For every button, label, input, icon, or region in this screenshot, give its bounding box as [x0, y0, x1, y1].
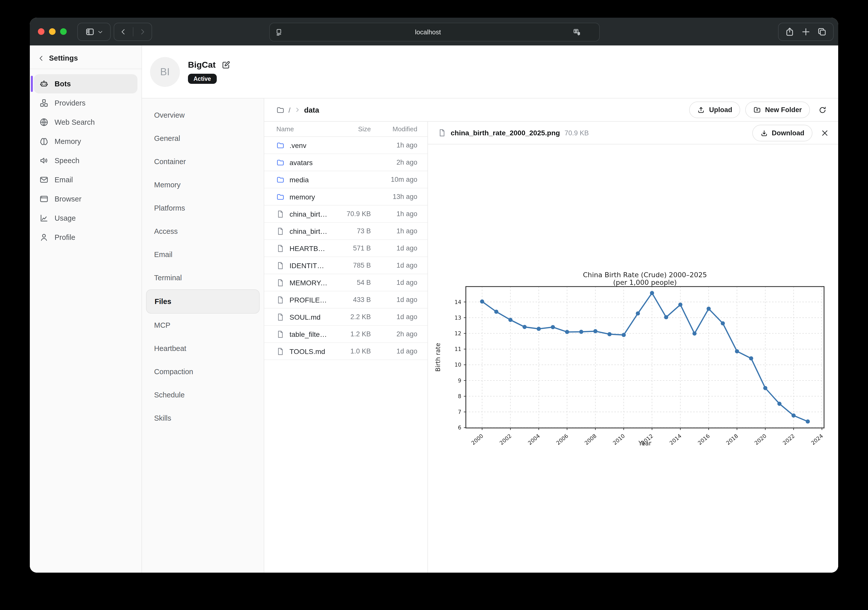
table-row[interactable]: PROFILES.md433 B1d ago [264, 291, 428, 308]
back-button[interactable] [114, 23, 133, 40]
file-modified: 1h ago [371, 210, 417, 218]
file-modified: 1d ago [371, 279, 417, 286]
sidebar-item-profile[interactable]: Profile [34, 228, 138, 247]
nav-item-files[interactable]: Files [146, 290, 260, 314]
file-modified: 2h ago [371, 330, 417, 338]
file-name: SOUL.md [290, 313, 321, 321]
nav-item-general[interactable]: General [146, 127, 260, 150]
translate-icon[interactable] [573, 28, 581, 36]
nav-item-email[interactable]: Email [146, 243, 260, 266]
download-button[interactable]: Download [752, 124, 812, 141]
zoom-window-button[interactable] [60, 28, 67, 35]
browser-sidebar-toggle[interactable] [77, 23, 111, 41]
sidebar-item-web-search[interactable]: Web Search [34, 113, 138, 132]
file-name: .venv [290, 141, 307, 149]
svg-text:Birth rate: Birth rate [434, 343, 442, 372]
file-size: 571 B [327, 245, 371, 252]
folder-icon [276, 175, 284, 184]
column-name: Name [276, 125, 327, 133]
file-modified: 13h ago [371, 193, 417, 200]
table-row[interactable]: TOOLS.md1.0 KB1d ago [264, 343, 428, 360]
file-modified: 2h ago [371, 159, 417, 166]
reload-icon[interactable] [586, 28, 594, 36]
table-row[interactable]: .venv1h ago [264, 137, 428, 154]
file-name: table_filter_... [290, 330, 327, 338]
bot-detail: BI BigCat Active OverviewGeneralContaine… [142, 45, 838, 573]
nav-item-overview[interactable]: Overview [146, 104, 260, 127]
download-icon [760, 129, 768, 136]
file-name: PROFILES.md [290, 296, 327, 304]
table-row[interactable]: memory13h ago [264, 188, 428, 206]
sidebar-item-providers[interactable]: Providers [34, 93, 138, 113]
share-icon[interactable] [785, 27, 794, 36]
new-tab-icon[interactable] [801, 27, 811, 36]
sidebar-menu: BotsProvidersWeb SearchMemorySpeechEmail… [30, 69, 141, 252]
nav-item-memory[interactable]: Memory [146, 173, 260, 197]
folder-plus-icon [753, 106, 761, 114]
svg-text:2004: 2004 [527, 433, 541, 446]
table-row[interactable]: MEMORY.md54 B1d ago [264, 274, 428, 291]
file-name: MEMORY.md [290, 279, 327, 286]
browser-action-group [778, 23, 834, 41]
table-row[interactable]: SOUL.md2.2 KB1d ago [264, 308, 428, 326]
preview-file-size: 70.9 KB [564, 129, 589, 136]
breadcrumb-root[interactable]: / [288, 106, 290, 114]
svg-text:6: 6 [458, 425, 461, 431]
table-row[interactable]: media10m ago [264, 171, 428, 188]
svg-text:12: 12 [454, 330, 461, 337]
forward-button[interactable] [133, 23, 152, 40]
nav-item-access[interactable]: Access [146, 220, 260, 243]
settings-title: Settings [49, 54, 78, 62]
table-row[interactable]: china_birth...73 B1h ago [264, 223, 428, 240]
file-size: 1.0 KB [327, 347, 371, 355]
sidebar-item-browser[interactable]: Browser [34, 189, 138, 209]
browser-history-nav [114, 23, 152, 41]
settings-header[interactable]: Settings [30, 45, 141, 69]
sidebar-item-label: Bots [54, 80, 71, 88]
nav-item-schedule[interactable]: Schedule [146, 383, 260, 407]
close-preview-icon[interactable] [820, 129, 829, 137]
refresh-button[interactable] [815, 102, 830, 118]
tab-overview-icon[interactable] [817, 27, 826, 36]
new-folder-button[interactable]: New Folder [745, 102, 810, 118]
sidebar-item-label: Memory [54, 137, 81, 146]
bot-icon [39, 79, 48, 88]
nav-item-mcp[interactable]: MCP [146, 314, 260, 337]
svg-text:2016: 2016 [697, 433, 711, 446]
nav-item-skills[interactable]: Skills [146, 407, 260, 430]
person-icon [39, 233, 48, 242]
nav-item-terminal[interactable]: Terminal [146, 266, 260, 290]
sidebar-item-usage[interactable]: Usage [34, 209, 138, 228]
nav-item-platforms[interactable]: Platforms [146, 197, 260, 220]
minimize-window-button[interactable] [49, 28, 56, 35]
table-row[interactable]: china_birth...70.9 KB1h ago [264, 206, 428, 223]
breadcrumb-current[interactable]: data [304, 106, 319, 114]
file-size: 2.2 KB [327, 313, 371, 320]
sidebar-item-bots[interactable]: Bots [34, 74, 138, 93]
new-folder-label: New Folder [765, 106, 802, 114]
upload-button[interactable]: Upload [690, 102, 741, 118]
nav-item-compaction[interactable]: Compaction [146, 360, 260, 383]
page-format-icon[interactable] [275, 28, 283, 36]
url-text[interactable]: localhost [283, 28, 573, 36]
window-icon [39, 194, 48, 203]
edit-name-icon[interactable] [222, 60, 230, 69]
file-icon [276, 279, 284, 286]
nav-item-container[interactable]: Container [146, 150, 260, 173]
svg-text:(per 1,000 people): (per 1,000 people) [613, 279, 677, 286]
sidebar-item-memory[interactable]: Memory [34, 132, 138, 151]
chart-icon [39, 214, 48, 223]
files-panel: / data Upload [264, 99, 838, 573]
sidebar-item-email[interactable]: Email [34, 170, 138, 189]
table-row[interactable]: IDENTITY.md785 B1d ago [264, 257, 428, 274]
table-row[interactable]: avatars2h ago [264, 154, 428, 171]
close-window-button[interactable] [38, 28, 45, 35]
folder-icon[interactable] [276, 106, 284, 114]
nav-item-heartbeat[interactable]: Heartbeat [146, 337, 260, 360]
sidebar-item-speech[interactable]: Speech [34, 151, 138, 170]
svg-text:2006: 2006 [555, 433, 569, 446]
table-row[interactable]: HEARTBEAT...571 B1d ago [264, 240, 428, 257]
boxes-icon [39, 99, 48, 108]
address-bar[interactable]: localhost [269, 23, 600, 42]
table-row[interactable]: table_filter_...1.2 KB2h ago [264, 326, 428, 343]
